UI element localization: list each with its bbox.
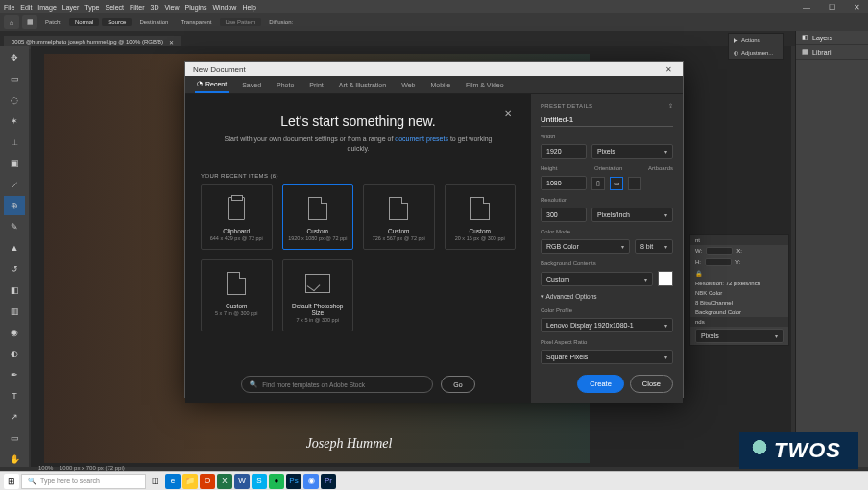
tab-recent[interactable]: ◔Recent — [195, 76, 229, 93]
tab-saved[interactable]: Saved — [240, 78, 263, 92]
app-icon[interactable]: ● — [269, 474, 284, 489]
layers-panel-tab[interactable]: ◧Layers — [796, 31, 868, 45]
crop-tool[interactable]: ⟂ — [4, 133, 25, 152]
task-view-icon[interactable]: ◫ — [148, 474, 163, 489]
type-tool[interactable]: T — [4, 386, 25, 405]
width-unit-select[interactable]: Pixels▾ — [591, 144, 673, 159]
tab-film-video[interactable]: Film & Video — [464, 78, 506, 92]
properties-panel[interactable]: nt W:X: H:Y: 🔒 Resolution: 72 pixels/inc… — [689, 234, 789, 346]
taskbar-search[interactable]: 🔍 Type here to search — [21, 474, 146, 489]
height-input[interactable] — [541, 176, 587, 190]
eraser-tool[interactable]: ◧ — [4, 281, 25, 300]
export-preset-icon[interactable]: ⇪ — [668, 102, 673, 109]
go-button[interactable]: Go — [441, 376, 474, 393]
blur-tool[interactable]: ◉ — [4, 323, 25, 342]
app-icon[interactable]: e — [165, 474, 181, 489]
menu-edit[interactable]: Edit — [20, 4, 32, 11]
window-close-button[interactable]: ✕ — [845, 0, 868, 13]
tab-photo[interactable]: Photo — [275, 78, 296, 92]
hand-tool[interactable]: ✋ — [4, 450, 25, 469]
app-icon[interactable]: Pr — [321, 474, 336, 489]
pixel-aspect-ratio-select[interactable]: Square Pixels▾ — [541, 350, 673, 364]
advanced-options-toggle[interactable]: ▾ Advanced Options — [541, 293, 673, 301]
menu-type[interactable]: Type — [84, 4, 99, 11]
create-button[interactable]: Create — [577, 375, 624, 393]
preset-card-clipboard[interactable]: Clipboard 644 x 429 px @ 72 ppi — [201, 184, 273, 250]
healing-tool[interactable]: ⊕ — [4, 196, 25, 215]
tab-mobile[interactable]: Mobile — [428, 78, 452, 92]
hero-close-button[interactable]: ✕ — [500, 106, 516, 121]
home-icon[interactable]: ⌂ — [4, 15, 19, 29]
menu-layer[interactable]: Layer — [62, 4, 80, 11]
color-profile-select[interactable]: Lenovo Display 1920x1080-1▾ — [541, 318, 673, 332]
menu-view[interactable]: View — [165, 4, 180, 11]
mode-value[interactable]: Normal — [69, 18, 99, 26]
actions-panel[interactable]: ▶Actions ◐Adjustmen... — [728, 33, 784, 60]
app-icon[interactable]: ◉ — [303, 474, 319, 489]
libraries-panel-tab[interactable]: ▦Librari — [796, 45, 868, 60]
tab-print[interactable]: Print — [307, 78, 325, 92]
preset-card-custom-1[interactable]: Custom 1920 x 1080 px @ 72 ppi — [282, 184, 354, 250]
resolution-unit-select[interactable]: Pixels/Inch▾ — [591, 208, 673, 222]
background-color-swatch[interactable] — [658, 271, 673, 286]
menu-select[interactable]: Select — [106, 4, 124, 11]
width-input[interactable] — [541, 144, 587, 159]
menu-help[interactable]: Help — [242, 4, 255, 11]
adjustments-label: Adjustmen... — [741, 50, 773, 56]
menu-3d[interactable]: 3D — [151, 4, 159, 11]
tab-web[interactable]: Web — [399, 78, 417, 92]
lasso-tool[interactable]: ◌ — [4, 90, 25, 110]
tab-art-illustration[interactable]: Art & Illustration — [337, 78, 388, 92]
orientation-landscape-button[interactable]: ▭ — [610, 177, 623, 190]
orientation-portrait-button[interactable]: ▯ — [591, 177, 605, 190]
photoshop-taskbar-icon[interactable]: Ps — [286, 474, 301, 489]
preset-card-custom-3[interactable]: Custom 20 x 16 px @ 300 ppi — [445, 184, 517, 250]
preset-card-custom-4[interactable]: Custom 5 x 7 in @ 300 ppi — [201, 259, 273, 331]
app-icon[interactable]: W — [234, 474, 250, 489]
shape-tool[interactable]: ▭ — [4, 429, 25, 448]
unit-select[interactable]: Pixels▾ — [695, 329, 784, 343]
window-maximize-button[interactable]: ☐ — [820, 0, 843, 13]
patch-label: Patch: — [40, 17, 66, 27]
preset-card-custom-2[interactable]: Custom 726 x 567 px @ 72 ppi — [363, 184, 435, 250]
menu-plugins[interactable]: Plugins — [185, 4, 207, 11]
path-tool[interactable]: ↗ — [4, 407, 25, 427]
menu-image[interactable]: Image — [37, 4, 56, 11]
dodge-tool[interactable]: ◐ — [4, 344, 25, 363]
gradient-tool[interactable]: ▥ — [4, 302, 25, 321]
app-icon[interactable]: 📁 — [182, 474, 198, 489]
destination-toggle[interactable]: Destination — [134, 17, 173, 27]
close-button[interactable]: Close — [630, 375, 673, 393]
document-presets-link[interactable]: document presets — [395, 135, 448, 142]
menu-file[interactable]: File — [4, 4, 14, 11]
preset-card-default-size[interactable]: Default Photoshop Size 7 x 5 in @ 300 pp… — [282, 259, 354, 331]
bit-depth-select[interactable]: 8 bit▾ — [635, 239, 673, 254]
pen-tool[interactable]: ✒ — [4, 365, 25, 384]
background-contents-select[interactable]: Custom▾ — [541, 272, 653, 286]
dialog-close-button[interactable]: ✕ — [662, 62, 675, 76]
window-minimize-button[interactable]: — — [795, 0, 818, 13]
app-icon[interactable]: X — [217, 474, 232, 489]
resolution-input[interactable] — [541, 208, 587, 222]
marquee-tool[interactable]: ▭ — [4, 69, 25, 88]
frame-tool[interactable]: ▣ — [4, 154, 25, 173]
tool-preset-icon[interactable]: ▦ — [22, 15, 37, 29]
history-brush-tool[interactable]: ↺ — [4, 259, 25, 279]
eyedropper-tool[interactable]: ⟋ — [4, 175, 25, 194]
document-name-input[interactable] — [541, 113, 673, 127]
menu-filter[interactable]: Filter — [130, 4, 145, 11]
stamp-tool[interactable]: ▲ — [4, 238, 25, 257]
artboards-checkbox[interactable] — [628, 177, 641, 190]
menu-window[interactable]: Window — [213, 4, 237, 11]
template-search-input[interactable]: 🔍 Find more templates on Adobe Stock — [241, 376, 433, 393]
wand-tool[interactable]: ✶ — [4, 111, 25, 131]
app-icon[interactable]: O — [200, 474, 215, 489]
transparent-toggle[interactable]: Transparent — [176, 17, 216, 27]
move-tool[interactable]: ✥ — [4, 48, 25, 67]
app-icon[interactable]: S — [252, 474, 267, 489]
start-button[interactable]: ⊞ — [4, 474, 19, 489]
close-icon[interactable]: ✕ — [169, 39, 174, 46]
brush-tool[interactable]: ✎ — [4, 217, 25, 236]
source-toggle[interactable]: Source — [102, 18, 132, 26]
color-mode-select[interactable]: RGB Color▾ — [541, 239, 630, 254]
